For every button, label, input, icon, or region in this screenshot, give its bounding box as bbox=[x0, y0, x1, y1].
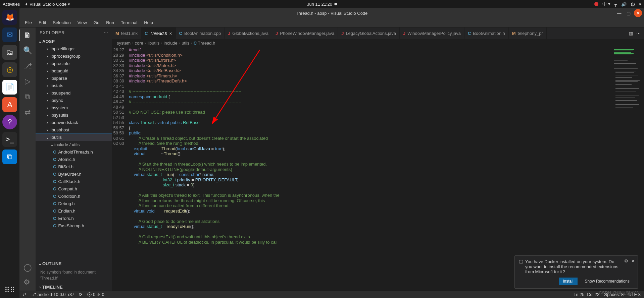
activities-button[interactable]: Activities bbox=[3, 2, 20, 7]
files-icon[interactable]: 🗂 bbox=[2, 45, 17, 60]
close-icon[interactable]: × bbox=[169, 31, 172, 36]
power-icon[interactable]: ⏻ bbox=[631, 2, 635, 7]
explorer-icon[interactable]: 🗎 bbox=[24, 31, 31, 40]
code-editor[interactable]: 26 27 28 29 30 31 32 33 34 35 36 37 38 3… bbox=[112, 47, 644, 291]
source-control-icon[interactable]: ⎇ bbox=[23, 62, 32, 70]
app-grid-icon[interactable]: ⠿⠿ bbox=[4, 286, 15, 295]
extensions-icon[interactable]: ⧉ bbox=[25, 93, 30, 101]
network-icon[interactable]: ┳ bbox=[614, 2, 617, 7]
run-debug-icon[interactable]: ▷ bbox=[25, 77, 31, 86]
breadcrumb-item[interactable]: libutils bbox=[147, 41, 159, 46]
folder-item[interactable]: › libprocessgroup bbox=[36, 52, 112, 60]
git-branch[interactable]: ⎇ android-10.0.0_r37 bbox=[31, 292, 74, 297]
menu-run[interactable]: Run bbox=[103, 19, 117, 26]
minimap[interactable] bbox=[612, 47, 644, 291]
more-icon[interactable]: ⋯ bbox=[636, 31, 641, 36]
file-item[interactable]: CDebug.h bbox=[36, 200, 112, 207]
software-icon[interactable]: A bbox=[2, 97, 17, 112]
folder-item[interactable]: › libprocinfo bbox=[36, 60, 112, 67]
folder-item[interactable]: › libpixelflinger bbox=[36, 45, 112, 52]
folder-item[interactable]: › libqtaguid bbox=[36, 67, 112, 74]
tab[interactable]: CBootAnimation.h bbox=[464, 27, 509, 39]
file-item[interactable]: CAtomic.h bbox=[36, 156, 112, 163]
remote-button[interactable]: ⇄ bbox=[23, 292, 27, 297]
cursor-position[interactable]: Ln 25, Col 22 bbox=[574, 292, 599, 297]
menu-file[interactable]: File bbox=[22, 19, 35, 26]
search-icon[interactable]: 🔍 bbox=[23, 46, 32, 55]
tab[interactable]: JGlobalActions.java bbox=[225, 27, 272, 39]
tab[interactable]: JLegacyGlobalActions.java bbox=[338, 27, 400, 39]
code-content[interactable]: #endif #include <utils/Condition.h> #inc… bbox=[129, 47, 612, 291]
vscode-icon[interactable]: ⧉ bbox=[2, 150, 17, 164]
file-item[interactable]: CEndian.h bbox=[36, 207, 112, 215]
folder-item[interactable]: ⌄ libutils bbox=[36, 133, 112, 141]
gear-icon[interactable]: ⚙ bbox=[23, 278, 32, 287]
firefox-icon[interactable]: 🦊 bbox=[2, 10, 17, 25]
menu-go[interactable]: Go bbox=[91, 19, 102, 26]
folder-item[interactable]: › libsystem bbox=[36, 104, 112, 111]
tab[interactable]: JWindowManagerPolicy.java bbox=[400, 27, 464, 39]
file-item[interactable]: CCallStack.h bbox=[36, 178, 112, 185]
remote-icon[interactable]: ⇄ bbox=[24, 108, 31, 117]
thunderbird-icon[interactable]: ✉ bbox=[2, 27, 17, 42]
breadcrumb[interactable]: system›core›libutils›include›utils›C Thr… bbox=[112, 39, 644, 47]
menu-terminal[interactable]: Terminal bbox=[118, 19, 140, 26]
breadcrumb-item[interactable]: core bbox=[135, 41, 143, 46]
breadcrumb-item[interactable]: system bbox=[117, 41, 131, 46]
chevron-down-icon[interactable]: ▾ bbox=[639, 2, 641, 7]
folder-item[interactable]: › libsync bbox=[36, 97, 112, 104]
tab[interactable]: CBootAnimation.cpp bbox=[176, 27, 225, 39]
minimize-button[interactable]: — bbox=[615, 9, 623, 17]
tab[interactable]: Mtest1.mk bbox=[112, 27, 141, 39]
status-red-icon[interactable] bbox=[594, 2, 598, 6]
show-recommendations-button[interactable]: Show Recommendations bbox=[581, 278, 634, 285]
titlebar: Thread.h - aosp - Visual Studio Code — ▢… bbox=[19, 8, 644, 18]
rhythmbox-icon[interactable]: ◎ bbox=[2, 62, 17, 77]
tab[interactable]: JPhoneWindowManager.java bbox=[272, 27, 338, 39]
file-item[interactable]: CFastStrcmp.h bbox=[36, 222, 112, 229]
tab[interactable]: CThread.h× bbox=[141, 27, 176, 39]
libreoffice-icon[interactable]: 📄 bbox=[2, 80, 17, 95]
breadcrumb-item[interactable]: C Thread.h bbox=[194, 41, 215, 46]
menu-view[interactable]: View bbox=[75, 19, 90, 26]
file-item[interactable]: CBitSet.h bbox=[36, 163, 112, 170]
file-item[interactable]: CErrors.h bbox=[36, 215, 112, 222]
folder-item[interactable]: › libsysutils bbox=[36, 111, 112, 119]
file-tree[interactable]: › libpixelflinger› libprocessgroup› libp… bbox=[36, 45, 112, 260]
folder-item[interactable]: › libsparse bbox=[36, 74, 112, 82]
sync-icon[interactable]: ⟳ bbox=[79, 292, 83, 297]
close-icon[interactable]: ✕ bbox=[631, 258, 635, 263]
menu-help[interactable]: Help bbox=[141, 19, 156, 26]
maximize-button[interactable]: ▢ bbox=[625, 9, 633, 17]
problems[interactable]: ⓧ 0 ⚠ 0 bbox=[87, 292, 104, 298]
file-item[interactable]: CCompat.h bbox=[36, 185, 112, 192]
volume-icon[interactable]: 🔊 bbox=[621, 2, 627, 7]
more-icon[interactable]: ⋯ bbox=[104, 30, 108, 35]
clock[interactable]: Jun 11 21:20 bbox=[307, 2, 332, 7]
terminal-icon[interactable]: >_ bbox=[2, 132, 17, 147]
timeline-section[interactable]: ›TIMELINE bbox=[36, 283, 112, 291]
app-indicator[interactable]: ✦ Visual Studio Code ▾ bbox=[24, 2, 70, 7]
file-item[interactable]: CAndroidThreads.h bbox=[36, 148, 112, 156]
breadcrumb-item[interactable]: include bbox=[164, 41, 178, 46]
folder-item[interactable]: › libusbhost bbox=[36, 126, 112, 133]
tab[interactable]: Mtelephony_pr bbox=[509, 27, 547, 39]
language-indicator[interactable]: 中 ▾ bbox=[602, 1, 610, 7]
folder-item[interactable]: › libunwindstack bbox=[36, 119, 112, 126]
close-button[interactable]: ✕ bbox=[634, 9, 642, 17]
file-item[interactable]: CByteOrder.h bbox=[36, 170, 112, 178]
help-icon[interactable]: ? bbox=[2, 115, 17, 129]
file-item[interactable]: CCondition.h bbox=[36, 192, 112, 200]
install-button[interactable]: Install bbox=[559, 278, 577, 285]
folder-item[interactable]: ⌄ include / utils bbox=[36, 141, 112, 148]
menu-edit[interactable]: Edit bbox=[36, 19, 49, 26]
menu-selection[interactable]: Selection bbox=[50, 19, 73, 26]
account-icon[interactable]: ◯ bbox=[23, 263, 32, 272]
outline-section[interactable]: ⌄OUTLINE bbox=[36, 260, 112, 267]
sidebar-project[interactable]: ⌄AOSP bbox=[36, 38, 112, 45]
folder-item[interactable]: › libsuspend bbox=[36, 89, 112, 97]
folder-item[interactable]: › libstats bbox=[36, 82, 112, 89]
gear-icon[interactable]: ⚙ bbox=[624, 258, 628, 263]
split-icon[interactable]: ▥ bbox=[629, 31, 633, 36]
breadcrumb-item[interactable]: utils bbox=[182, 41, 189, 46]
